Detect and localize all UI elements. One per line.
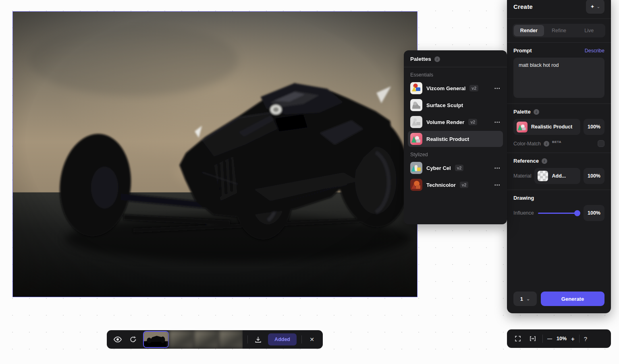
tab-render[interactable]: Render — [514, 25, 544, 36]
palette-item-cyber-cel[interactable]: Cyber Cel v2 ••• — [408, 160, 503, 176]
item-menu-icon[interactable]: ••• — [494, 166, 501, 170]
v2-badge: v2 — [469, 85, 478, 91]
batch-count-value: 1 — [520, 296, 523, 302]
palette-item-label: Cyber Cel — [426, 165, 451, 171]
download-icon[interactable] — [253, 334, 263, 345]
fit-to-screen-icon[interactable] — [528, 333, 538, 344]
canvas-artboard[interactable] — [12, 11, 418, 297]
palettes-title: Palettes — [410, 56, 431, 62]
slider-track — [538, 213, 580, 214]
result-thumbnail-blurred[interactable] — [169, 330, 194, 349]
generate-button[interactable]: Generate — [541, 292, 604, 306]
selected-palette-name: Realistic Product — [531, 124, 572, 130]
palette-section: Palette i Realistic Product 100% Color-M… — [507, 104, 611, 153]
result-thumbnails — [143, 330, 243, 349]
mode-tabs: Render Refine Live — [507, 19, 611, 42]
palettes-header: Palettes i — [410, 56, 501, 67]
influence-slider[interactable] — [538, 210, 580, 216]
info-icon[interactable]: i — [542, 158, 547, 164]
palette-thumbnail — [410, 162, 422, 174]
drawing-section: Drawing Influence 100% — [507, 190, 611, 227]
zoom-in-button[interactable]: + — [571, 335, 575, 342]
v2-badge: v2 — [460, 182, 469, 188]
palette-item-label: Vizcom General — [426, 85, 465, 91]
palette-thumbnail — [410, 133, 422, 145]
ai-actions-button[interactable]: ✦ ⌄ — [586, 0, 604, 14]
palette-item-technicolor[interactable]: Technicolor v2 ••• — [408, 177, 503, 193]
regenerate-icon[interactable] — [128, 334, 138, 345]
tabs-track: Render Refine Live — [513, 24, 605, 37]
palettes-popup: Palettes i Essentials Vizcom General v2 … — [404, 50, 507, 224]
divider — [404, 67, 507, 67]
prompt-label: Prompt — [513, 48, 532, 54]
item-menu-icon[interactable]: ••• — [494, 183, 501, 187]
info-icon[interactable]: i — [434, 56, 440, 62]
drawing-label: Drawing — [513, 195, 534, 201]
prompt-input[interactable]: matt black hot rod — [513, 58, 604, 98]
v2-badge: v2 — [468, 119, 477, 125]
color-match-checkbox[interactable] — [598, 140, 604, 147]
zoom-out-button[interactable]: — — [547, 336, 552, 341]
beta-badge: BETA — [552, 140, 561, 144]
result-thumbnail-selected[interactable] — [143, 331, 169, 348]
transparency-checker-thumbnail — [538, 171, 548, 181]
tab-refine[interactable]: Refine — [544, 25, 574, 36]
batch-count-select[interactable]: 1 ⌄ — [513, 292, 537, 306]
palette-thumbnail — [410, 116, 422, 128]
palette-select[interactable]: Realistic Product — [513, 119, 580, 135]
palette-label: Palette — [513, 109, 531, 115]
describe-action[interactable]: Describe — [585, 48, 604, 54]
influence-value-button[interactable]: 100% — [584, 205, 604, 221]
reference-label: Reference — [513, 158, 539, 164]
viewport-controls-toolbar: — 10% + ? — [507, 329, 611, 348]
palette-item-volume-render[interactable]: Volume Render v2 ••• — [408, 114, 503, 130]
material-add-control[interactable]: Add... — [534, 168, 580, 184]
palette-item-realistic-product[interactable]: Realistic Product — [408, 131, 503, 147]
preview-eye-icon[interactable] — [112, 334, 123, 345]
material-strength-button[interactable]: 100% — [584, 168, 604, 184]
item-menu-icon[interactable]: ••• — [494, 86, 501, 91]
color-match-label: Color-Match — [513, 141, 541, 147]
palette-item-vizcom-general[interactable]: Vizcom General v2 ••• — [408, 80, 503, 96]
palette-thumbnail — [517, 122, 528, 132]
result-thumbnail-blurred[interactable] — [219, 330, 243, 349]
influence-label: Influence — [513, 210, 534, 216]
result-thumbnail-blurred[interactable] — [194, 330, 219, 349]
info-icon[interactable]: i — [534, 109, 539, 115]
divider — [301, 335, 302, 343]
essentials-section-label: Essentials — [410, 72, 501, 78]
v2-badge: v2 — [455, 165, 464, 171]
palette-strength-button[interactable]: 100% — [584, 119, 604, 135]
close-icon[interactable]: ✕ — [307, 334, 317, 345]
create-sidebar: Create ✦ ⌄ Render Refine Live Prompt Des… — [507, 0, 611, 313]
generation-results-toolbar: Added ✕ — [107, 330, 323, 349]
zoom-level-value[interactable]: 10% — [557, 336, 567, 341]
tab-live[interactable]: Live — [574, 25, 604, 36]
reference-section: Reference i Material Add... 100% — [507, 153, 611, 190]
divider — [542, 335, 543, 343]
chevron-down-icon: ⌄ — [526, 298, 530, 300]
divider — [247, 335, 248, 343]
page-title: Create — [513, 3, 533, 10]
prompt-section: Prompt Describe matt black hot rod — [507, 43, 611, 103]
slider-thumb[interactable] — [574, 210, 580, 216]
palette-thumbnail — [410, 82, 422, 94]
car-render-image — [13, 12, 417, 297]
chevron-down-icon: ⌄ — [596, 5, 600, 8]
info-icon[interactable]: i — [544, 141, 549, 147]
palette-thumbnail — [410, 99, 422, 111]
item-menu-icon[interactable]: ••• — [494, 120, 501, 124]
sidebar-header: Create ✦ ⌄ — [507, 0, 611, 19]
palette-item-label: Technicolor — [426, 182, 456, 188]
stylized-section-label: Stylized — [410, 152, 501, 157]
sparkles-icon: ✦ — [590, 4, 594, 10]
palette-item-label: Surface Sculpt — [426, 102, 463, 108]
fullscreen-icon[interactable] — [513, 333, 523, 344]
palette-thumbnail — [410, 179, 422, 191]
help-button[interactable]: ? — [584, 335, 587, 342]
palette-item-surface-sculpt[interactable]: Surface Sculpt — [408, 97, 503, 113]
material-label: Material — [513, 173, 531, 179]
divider — [579, 335, 580, 343]
palette-item-label: Volume Render — [426, 119, 464, 125]
added-button[interactable]: Added — [268, 333, 297, 345]
